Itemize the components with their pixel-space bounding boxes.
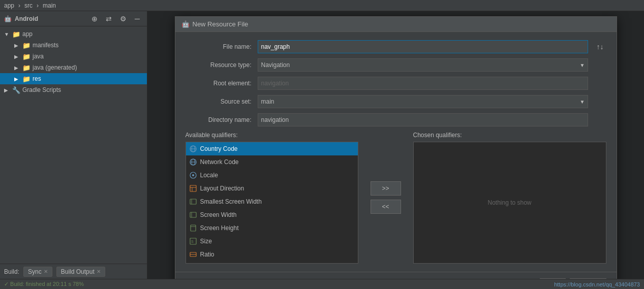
directory-name-input[interactable]	[258, 113, 588, 126]
qualifier-label-size: Size	[200, 238, 212, 245]
qualifier-label-screen-height: Screen Height	[200, 224, 239, 232]
svg-point-7	[192, 174, 194, 176]
qualifier-label-ratio: Ratio	[200, 251, 214, 258]
qualifier-item-ratio[interactable]: Ratio	[186, 248, 358, 261]
chosen-qualifiers-label: Chosen qualifiers:	[413, 132, 606, 139]
file-name-label: File name:	[186, 43, 252, 50]
qualifier-icon-smallest-screen-width	[189, 198, 197, 206]
tree-item-gradle[interactable]: ▶ 🔧 Gradle Scripts	[0, 84, 147, 95]
source-set-select[interactable]: main debug release	[258, 95, 588, 108]
tree-arrow-java: ▶	[14, 54, 20, 59]
android-icon: 🤖	[4, 15, 12, 22]
build-output-tab[interactable]: Build Output ✕	[56, 267, 105, 277]
build-output-label: Build Output	[61, 268, 95, 275]
qualifier-arrow-buttons: >> <<	[366, 132, 405, 264]
app-folder-icon: 📁	[12, 30, 20, 38]
sync-tab-label: Sync	[28, 268, 42, 275]
directory-name-row: Directory name:	[186, 113, 606, 126]
tree-item-res[interactable]: ▶ 📁 res	[0, 73, 147, 84]
qualifier-icon-layout-direction	[189, 184, 197, 192]
tree-label-manifests: manifests	[33, 42, 58, 49]
blog-link[interactable]: https://blog.csdn.net/qq_43404873	[554, 281, 640, 287]
sidebar-minimize-button[interactable]: ─	[132, 13, 143, 24]
qualifier-item-locale[interactable]: Locale	[186, 169, 358, 182]
bottom-bar: Build: Sync ✕ Build Output ✕	[0, 264, 147, 279]
root-element-row: Root element:	[186, 77, 606, 90]
sidebar-add-button[interactable]: ⊕	[89, 13, 100, 24]
sidebar-sync-button[interactable]: ⇄	[103, 13, 114, 24]
nothing-to-show-text: Nothing to show	[487, 199, 531, 206]
tree-label-app: app	[22, 30, 33, 38]
resource-type-select[interactable]: Navigation Layout Menu Drawable	[258, 58, 588, 72]
source-set-label: Source set:	[186, 98, 252, 105]
tree-item-java-gen[interactable]: ▶ 📁 java (generated)	[0, 62, 147, 73]
build-output-close-icon[interactable]: ✕	[97, 269, 101, 274]
sync-close-icon[interactable]: ✕	[44, 269, 48, 274]
root-element-input[interactable]	[258, 77, 588, 90]
qualifier-label-screen-width: Screen Width	[200, 211, 237, 218]
manifests-folder-icon: 📁	[22, 42, 30, 49]
qualifier-label-network-code: Network Code	[200, 158, 239, 166]
qualifier-item-size[interactable]: S Size	[186, 235, 358, 248]
res-folder-icon: 📁	[22, 75, 30, 83]
qualifier-item-screen-width[interactable]: Screen Width	[186, 208, 358, 221]
qualifier-icon-screen-width	[189, 211, 197, 219]
sidebar: 🤖 Android ⊕ ⇄ ⚙ ─ ▼ 📁 app ▶ 📁 manifests	[0, 11, 147, 279]
file-name-row: File name: ↑↓	[186, 40, 606, 53]
java-folder-icon: 📁	[22, 53, 30, 60]
sidebar-project-label: Android	[15, 15, 86, 22]
svg-text:S: S	[191, 240, 194, 243]
tree-label-java-gen: java (generated)	[33, 64, 77, 71]
qualifier-item-layout-direction[interactable]: Layout Direction	[186, 182, 358, 195]
qualifier-icon-network-code	[189, 158, 197, 166]
dialog-overlay: 🤖 New Resource File File name: ↑↓ Resour…	[147, 11, 644, 279]
dialog-title-text: New Resource File	[193, 20, 249, 28]
sync-tab[interactable]: Sync ✕	[23, 267, 52, 277]
tree-item-java[interactable]: ▶ 📁 java	[0, 51, 147, 62]
qualifier-item-network-code[interactable]: Network Code	[186, 155, 358, 169]
directory-name-label: Directory name:	[186, 116, 252, 123]
qualifier-icon-screen-height	[189, 224, 197, 232]
sidebar-settings-button[interactable]: ⚙	[117, 13, 129, 24]
dialog-title-icon: 🤖	[181, 20, 190, 28]
sort-button[interactable]: ↑↓	[594, 41, 606, 53]
build-label: Build:	[4, 268, 19, 275]
source-set-select-wrap: main debug release ▼	[258, 95, 588, 108]
breadcrumb-app[interactable]: app	[4, 2, 14, 9]
resource-type-row: Resource type: Navigation Layout Menu Dr…	[186, 58, 606, 72]
tree-arrow-gradle: ▶	[4, 87, 10, 93]
resource-type-label: Resource type:	[186, 61, 252, 69]
status-bar: ✓ Build: finished at 20:11 s 78% https:/…	[0, 279, 644, 289]
qualifier-icon-ratio	[189, 250, 197, 259]
chosen-qualifiers-wrap: Chosen qualifiers: Nothing to show	[413, 132, 606, 264]
breadcrumb-src[interactable]: src	[24, 2, 33, 9]
source-set-row: Source set: main debug release ▼	[186, 95, 606, 108]
available-qualifiers-wrap: Available qualifiers: Country Code	[186, 132, 358, 264]
sidebar-toolbar: 🤖 Android ⊕ ⇄ ⚙ ─	[0, 11, 147, 26]
qualifier-label-locale: Locale	[200, 172, 218, 179]
chosen-qualifiers-list: Nothing to show	[413, 142, 606, 264]
qualifier-icon-size: S	[189, 237, 197, 245]
tree-item-manifests[interactable]: ▶ 📁 manifests	[0, 40, 147, 51]
qualifier-item-country-code[interactable]: Country Code	[186, 142, 358, 155]
qualifier-item-smallest-screen-width[interactable]: Smallest Screen Width	[186, 195, 358, 208]
qualifier-item-orientation[interactable]: Orientation	[186, 261, 358, 264]
breadcrumb-main[interactable]: main	[43, 2, 56, 9]
file-name-input[interactable]	[258, 40, 588, 53]
remove-qualifier-button[interactable]: <<	[371, 200, 401, 214]
tree-item-app[interactable]: ▼ 📁 app	[0, 28, 147, 40]
root-element-label: Root element:	[186, 80, 252, 87]
tree-arrow-manifests: ▶	[14, 43, 20, 48]
tree-arrow-java-gen: ▶	[14, 65, 20, 71]
java-gen-folder-icon: 📁	[22, 64, 30, 72]
svg-rect-8	[190, 185, 196, 191]
top-breadcrumb-bar: app › src › main	[0, 0, 644, 11]
available-qualifiers-label: Available qualifiers:	[186, 132, 358, 139]
qualifier-item-screen-height[interactable]: Screen Height	[186, 221, 358, 235]
qualifier-label-country-code: Country Code	[200, 145, 238, 152]
qualifier-label-smallest-screen-width: Smallest Screen Width	[200, 198, 262, 205]
tree-arrow-app: ▼	[4, 31, 10, 37]
new-resource-file-dialog: 🤖 New Resource File File name: ↑↓ Resour…	[175, 16, 617, 279]
qualifier-icon-locale	[189, 171, 197, 179]
add-qualifier-button[interactable]: >>	[371, 181, 401, 196]
